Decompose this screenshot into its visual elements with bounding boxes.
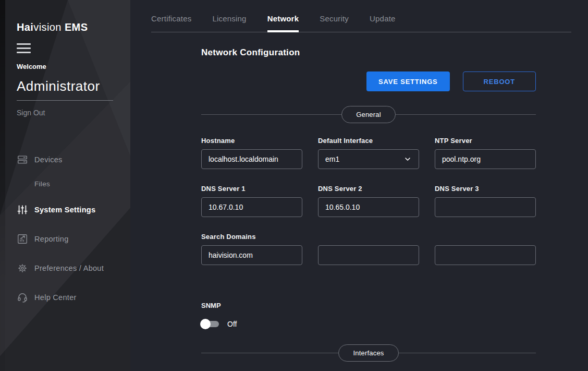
logo-text-bold: Hai — [17, 21, 33, 33]
settings-tabbar: Certificates Licensing Network Security … — [151, 0, 571, 32]
dns3-field-group: DNS Server 3 — [435, 185, 536, 217]
save-settings-button[interactable]: SAVE SETTINGS — [366, 71, 449, 91]
general-section-pill: General — [341, 106, 396, 123]
sidebar-item-label: Devices — [34, 155, 63, 164]
dns1-field-group: DNS Server 1 — [201, 185, 302, 217]
default-interface-select[interactable]: em1 — [318, 149, 419, 169]
username: Administrator — [17, 78, 100, 94]
sidebar-item-label: Preferences / About — [34, 264, 104, 272]
sidebar-item-devices[interactable]: Devices — [17, 153, 63, 166]
snmp-toggle-row: Off — [201, 319, 536, 329]
dns1-input[interactable] — [201, 197, 302, 217]
selected-interface-value: em1 — [325, 155, 339, 163]
sliders-icon — [17, 204, 28, 216]
tab-update[interactable]: Update — [370, 14, 396, 32]
network-config-panel: Network Configuration SAVE SETTINGS REBO… — [201, 47, 536, 362]
default-interface-field-group: Default Interface em1 — [318, 137, 419, 169]
dns2-field-group: DNS Server 2 — [318, 185, 419, 217]
search-domain-2-input[interactable] — [318, 245, 419, 265]
sidebar-item-label: Reporting — [34, 235, 69, 243]
tab-network[interactable]: Network — [267, 14, 299, 32]
sidebar-item-files[interactable]: Files — [34, 177, 50, 190]
logo-text-light: vision — [33, 21, 62, 33]
search-domains-label: Search Domains — [201, 233, 302, 241]
hostname-label: Hostname — [201, 137, 302, 145]
ntp-server-field-group: NTP Server — [435, 137, 536, 169]
devices-icon — [17, 154, 28, 165]
dns3-input[interactable] — [435, 197, 536, 217]
chart-icon — [17, 233, 28, 245]
hamburger-menu-icon[interactable] — [17, 43, 31, 53]
search-domain-3-field-group — [435, 245, 536, 265]
dns2-label: DNS Server 2 — [318, 185, 419, 193]
sign-out-link[interactable]: Sign Out — [17, 109, 45, 117]
interfaces-section-pill: Interfaces — [338, 344, 398, 362]
tab-licensing[interactable]: Licensing — [212, 14, 246, 32]
general-form: Hostname Default Interface em1 NTP Serve… — [201, 137, 536, 265]
ntp-server-input[interactable] — [435, 149, 536, 169]
page-title: Network Configuration — [201, 47, 536, 58]
snmp-state-label: Off — [227, 320, 237, 328]
sidebar: HaivisionEMS Welcome Administrator Sign … — [0, 0, 130, 371]
gear-icon — [17, 262, 28, 274]
welcome-label: Welcome — [17, 63, 46, 70]
user-divider — [17, 100, 113, 101]
sidebar-item-label: Files — [34, 180, 50, 188]
logo-text-suffix: EMS — [65, 21, 88, 33]
general-section-divider: General — [201, 105, 536, 123]
hostname-input[interactable] — [201, 149, 302, 169]
toggle-knob — [200, 319, 211, 329]
interfaces-section-divider: Interfaces — [201, 344, 536, 362]
search-domains-field-group: Search Domains — [201, 233, 302, 265]
sidebar-item-reporting[interactable]: Reporting — [17, 233, 69, 245]
snmp-toggle[interactable] — [201, 319, 219, 329]
sidebar-edge-shadow — [0, 0, 5, 371]
sidebar-item-help-center[interactable]: Help Center — [17, 291, 77, 304]
sidebar-item-preferences[interactable]: Preferences / About — [17, 262, 104, 274]
sidebar-item-system-settings[interactable]: System Settings — [17, 204, 95, 216]
dns2-input[interactable] — [318, 197, 419, 217]
reboot-button[interactable]: REBOOT — [463, 71, 536, 91]
ntp-server-label: NTP Server — [435, 137, 536, 145]
sidebar-item-label: Help Center — [34, 293, 77, 302]
search-domain-3-input[interactable] — [435, 245, 536, 265]
search-domain-1-input[interactable] — [201, 245, 302, 265]
default-interface-label: Default Interface — [318, 137, 419, 145]
hostname-field-group: Hostname — [201, 137, 302, 169]
tab-certificates[interactable]: Certificates — [151, 14, 191, 32]
action-buttons: SAVE SETTINGS REBOOT — [201, 71, 536, 91]
headset-icon — [17, 292, 28, 303]
sidebar-item-label: System Settings — [34, 206, 95, 214]
main-content: Certificates Licensing Network Security … — [130, 0, 588, 371]
app-logo: HaivisionEMS — [17, 21, 88, 33]
dns1-label: DNS Server 1 — [201, 185, 302, 193]
dns3-label: DNS Server 3 — [435, 185, 536, 193]
snmp-label: SNMP — [201, 302, 536, 309]
tab-security[interactable]: Security — [320, 14, 349, 32]
search-domain-2-field-group — [318, 245, 419, 265]
chevron-down-icon — [403, 155, 412, 163]
